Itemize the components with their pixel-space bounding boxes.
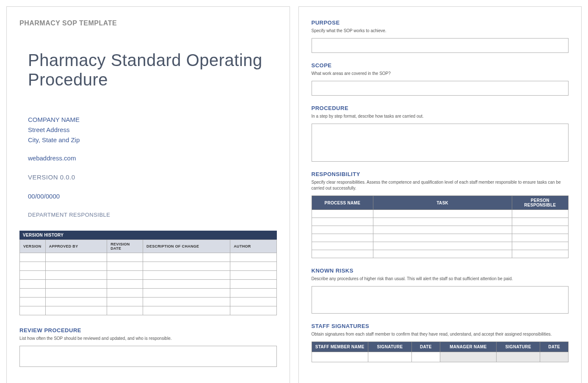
city-state-zip: City, State and Zip <box>28 135 277 145</box>
web-address: webaddress.com <box>28 154 277 162</box>
known-risks-desc: Describe any procedures of higher risk t… <box>312 276 569 282</box>
table-row <box>20 262 277 271</box>
table-row <box>312 210 569 218</box>
purpose-input[interactable] <box>312 38 569 53</box>
known-risks-heading: KNOWN RISKS <box>312 267 569 274</box>
column-author: AUTHOR <box>230 240 276 253</box>
column-task: TASK <box>373 196 512 210</box>
scope-desc: What work areas are covered in the SOP? <box>312 71 569 77</box>
table-row <box>20 289 277 298</box>
column-manager-name: MANAGER NAME <box>440 342 496 352</box>
staff-signatures-desc: Obtain signatures from each staff member… <box>312 331 569 337</box>
template-header: PHARMACY SOP TEMPLATE <box>19 19 277 27</box>
street-address: Street Address <box>28 125 277 135</box>
version-number: VERSION 0.0.0 <box>28 174 277 181</box>
column-person-responsible: PERSON RESPONSIBLE <box>512 196 568 210</box>
table-row <box>20 306 277 315</box>
table-row <box>20 253 277 262</box>
page-2: PURPOSE Specify what the SOP works to ac… <box>298 6 582 383</box>
department-responsible: DEPARTMENT RESPONSIBLE <box>28 212 277 218</box>
page-1: PHARMACY SOP TEMPLATE Pharmacy Standard … <box>6 6 290 383</box>
table-row <box>20 271 277 280</box>
table-row <box>20 280 277 289</box>
staff-signatures-heading: STAFF SIGNATURES <box>312 323 569 329</box>
purpose-heading: PURPOSE <box>312 19 569 26</box>
version-history-title: VERSION HISTORY <box>19 231 277 240</box>
column-revision-date: REVISION DATE <box>107 240 143 253</box>
version-history-table: VERSION APPROVED BY REVISION DATE DESCRI… <box>19 240 277 315</box>
table-row <box>312 218 569 226</box>
scope-heading: SCOPE <box>312 62 569 69</box>
document-date: 00/00/0000 <box>28 193 277 200</box>
company-block: COMPANY NAME Street Address City, State … <box>28 115 277 145</box>
known-risks-input[interactable] <box>312 286 569 314</box>
column-approved-by: APPROVED BY <box>45 240 107 253</box>
responsibility-table: PROCESS NAME TASK PERSON RESPONSIBLE <box>312 196 569 258</box>
column-staff-name: STAFF MEMBER NAME <box>312 342 368 352</box>
column-manager-date: DATE <box>540 342 569 352</box>
procedure-input[interactable] <box>312 124 569 162</box>
purpose-desc: Specify what the SOP works to achieve. <box>312 28 569 34</box>
review-procedure-desc: List how often the SOP should be reviewe… <box>19 336 277 342</box>
company-name: COMPANY NAME <box>28 115 277 125</box>
column-process-name: PROCESS NAME <box>312 196 373 210</box>
column-version: VERSION <box>20 240 46 253</box>
review-procedure-heading: REVIEW PROCEDURE <box>19 327 277 333</box>
table-row <box>312 352 569 362</box>
column-staff-date: DATE <box>412 342 440 352</box>
responsibility-heading: RESPONSIBILITY <box>312 171 569 177</box>
signatures-table: STAFF MEMBER NAME SIGNATURE DATE MANAGER… <box>312 342 569 362</box>
procedure-heading: PROCEDURE <box>312 105 569 111</box>
table-row <box>20 298 277 306</box>
document-title: Pharmacy Standard Operating Procedure <box>28 50 277 89</box>
table-row <box>312 242 569 250</box>
column-description: DESCRIPTION OF CHANGE <box>143 240 230 253</box>
table-row <box>312 226 569 234</box>
procedure-desc: In a step by step format, describe how t… <box>312 113 569 119</box>
table-row <box>312 250 569 258</box>
column-manager-signature: SIGNATURE <box>497 342 540 352</box>
column-staff-signature: SIGNATURE <box>368 342 411 352</box>
table-row <box>312 234 569 242</box>
responsibility-desc: Specify clear responsibilities. Assess t… <box>312 179 569 191</box>
scope-input[interactable] <box>312 81 569 96</box>
review-procedure-input[interactable] <box>19 346 277 367</box>
